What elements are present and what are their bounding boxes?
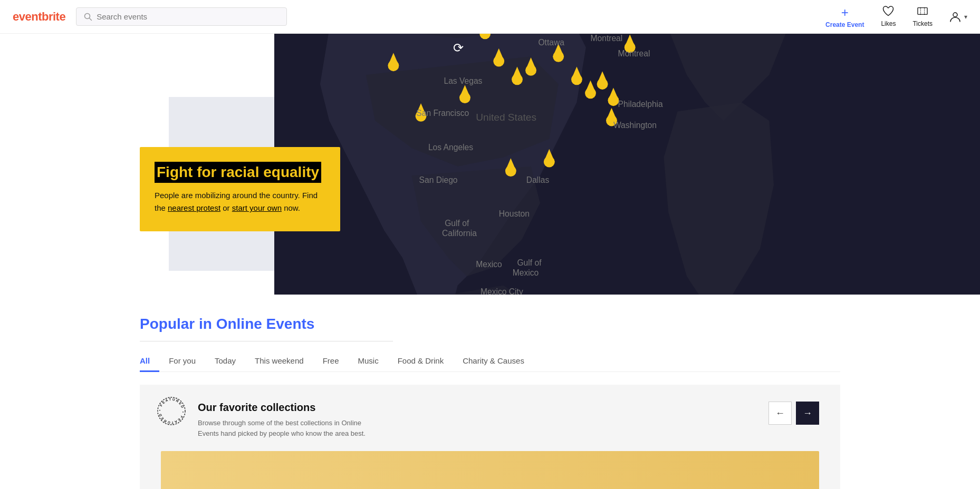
logo[interactable]: eventbrite — [13, 10, 65, 24]
svg-text:Mexico City: Mexico City — [481, 287, 523, 295]
tickets-nav[interactable]: Tickets — [912, 6, 933, 27]
likes-label: Likes — [881, 20, 896, 27]
account-icon — [949, 11, 961, 23]
svg-line-1 — [90, 18, 92, 20]
header-nav: + Create Event Likes Tickets — [825, 5, 967, 28]
collections-prev-button[interactable]: ← — [768, 402, 792, 425]
start-your-own-link[interactable]: start your own — [232, 203, 282, 212]
tab-for-you[interactable]: For you — [159, 350, 205, 371]
search-icon — [84, 13, 92, 21]
svg-text:• FEATURED • FEATURED •: • FEATURED • FEATURED • — [156, 395, 185, 425]
svg-text:Mexico: Mexico — [513, 268, 539, 277]
search-input[interactable] — [97, 12, 279, 21]
popular-title-before: Popular in — [140, 316, 216, 332]
svg-text:San Diego: San Diego — [419, 175, 458, 184]
tab-today[interactable]: Today — [205, 350, 245, 371]
map-container: United States San Francisco Los Angeles … — [274, 34, 980, 295]
tickets-label: Tickets — [912, 20, 933, 27]
tab-music[interactable]: Music — [348, 350, 388, 371]
collections-text: Our favorite collections Browse through … — [161, 402, 367, 438]
nearest-protest-link[interactable]: nearest protest — [168, 203, 220, 212]
likes-nav[interactable]: Likes — [881, 6, 896, 27]
popular-section: Popular in Online Events All For you Tod… — [0, 295, 980, 372]
collections-next-button[interactable]: → — [796, 402, 819, 425]
svg-text:Washington: Washington — [613, 121, 657, 130]
collections-preview — [161, 451, 819, 489]
popular-title: Popular in Online Events — [140, 316, 840, 332]
svg-text:Montreal: Montreal — [618, 49, 650, 58]
svg-text:Mexico: Mexico — [476, 260, 502, 269]
svg-text:Montreal: Montreal — [590, 34, 622, 43]
svg-rect-2 — [918, 8, 927, 15]
tab-free[interactable]: Free — [313, 350, 349, 371]
hero-section: United States San Francisco Los Angeles … — [0, 34, 980, 295]
collections-section: • FEATURED • FEATURED • Our favorite col… — [140, 385, 840, 489]
tab-all[interactable]: All — [140, 350, 159, 371]
hero-overlay-card: Fight for racial equality People are mob… — [140, 147, 340, 231]
create-event-nav[interactable]: + Create Event — [825, 5, 864, 28]
collections-header: Our favorite collections Browse through … — [161, 402, 819, 438]
logo-text: eventbrite — [13, 10, 65, 24]
create-event-label: Create Event — [825, 21, 864, 28]
account-nav[interactable]: ▾ — [949, 11, 967, 23]
popular-divider — [140, 341, 393, 341]
svg-text:Dallas: Dallas — [526, 175, 550, 184]
svg-text:Gulf of: Gulf of — [517, 258, 542, 267]
chevron-down-icon: ▾ — [964, 13, 967, 21]
featured-badge: • FEATURED • FEATURED • — [156, 395, 187, 427]
svg-point-5 — [953, 13, 957, 17]
svg-text:Gulf of: Gulf of — [445, 219, 469, 228]
plus-icon: + — [841, 5, 849, 20]
hero-card-title: Fight for racial equality — [155, 162, 321, 183]
svg-text:Los Angeles: Los Angeles — [428, 143, 473, 152]
hero-desc-middle: or — [220, 203, 232, 212]
popular-tabs: All For you Today This weekend Free Musi… — [140, 350, 840, 372]
svg-text:Ottawa: Ottawa — [538, 38, 564, 47]
tab-food-drink[interactable]: Food & Drink — [388, 350, 454, 371]
heart-icon — [882, 6, 894, 19]
hero-desc-after: now. — [282, 203, 300, 212]
popular-title-link[interactable]: Online Events — [216, 316, 315, 332]
svg-text:Philadelphia: Philadelphia — [618, 100, 663, 109]
collections-description: Browse through some of the best collecti… — [198, 418, 367, 438]
tab-this-weekend[interactable]: This weekend — [245, 350, 313, 371]
collections-nav: ← → — [768, 402, 819, 425]
site-header: eventbrite + Create Event Likes — [0, 0, 980, 34]
tab-charity-causes[interactable]: Charity & Causes — [453, 350, 534, 371]
svg-text:Las Vegas: Las Vegas — [444, 76, 482, 85]
map-svg: United States San Francisco Los Angeles … — [274, 34, 980, 295]
svg-text:Houston: Houston — [499, 209, 530, 218]
search-bar[interactable] — [76, 7, 287, 26]
svg-text:San Francisco: San Francisco — [416, 109, 469, 118]
hero-card-description: People are mobilizing around the country… — [155, 189, 325, 214]
collections-title: Our favorite collections — [198, 402, 367, 414]
ticket-icon — [917, 6, 928, 19]
svg-text:California: California — [442, 229, 477, 238]
svg-text:United States: United States — [476, 112, 536, 123]
svg-text:⟳: ⟳ — [453, 41, 464, 55]
